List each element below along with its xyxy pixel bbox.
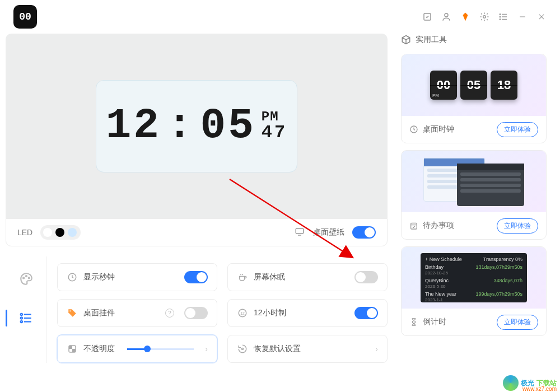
clock-icon — [67, 272, 78, 282]
svg-point-1 — [445, 13, 448, 17]
clock-small-icon — [409, 125, 418, 134]
digital-clock-card: 12 : 05 PM 47 — [96, 80, 297, 172]
swatch-blue[interactable] — [68, 228, 77, 237]
clock-colon: : — [167, 102, 195, 150]
svg-rect-29 — [69, 346, 72, 349]
flip-clock-preview: 00PM 05 18 — [430, 71, 517, 100]
opt-screen-saver: 屏幕休眠 — [227, 263, 388, 291]
coffee-icon — [237, 272, 248, 282]
clock-preview: 12 : 05 PM 47 — [6, 34, 388, 218]
opt-twelve-hour: 12 12小时制 — [227, 299, 388, 327]
opacity-icon — [67, 344, 78, 354]
watermark-logo — [503, 375, 519, 391]
hourglass-icon — [409, 318, 418, 326]
rail-list[interactable] — [15, 307, 38, 329]
opt-show-seconds: 显示秒钟 — [57, 263, 217, 291]
swatch-white[interactable] — [43, 228, 52, 237]
tools-title: 实用工具 — [401, 34, 547, 47]
svg-point-6 — [500, 14, 501, 15]
monitor-icon — [294, 227, 305, 239]
clock-hours: 12 — [106, 102, 161, 150]
tool-clock-label: 桌面时钟 — [423, 124, 492, 134]
minimize-icon[interactable] — [517, 12, 528, 22]
opt-reset-label: 恢复默认设置 — [254, 344, 370, 354]
chevron-right-icon: › — [375, 344, 378, 353]
svg-point-16 — [25, 276, 26, 277]
svg-point-31 — [242, 348, 244, 350]
tool-countdown-label: 倒计时 — [423, 317, 492, 327]
reset-icon — [237, 344, 248, 354]
twelve-icon: 12 — [237, 308, 248, 318]
tools-sidebar: 实用工具 00PM 05 18 桌面时钟 立即体验 — [401, 34, 547, 392]
opt-opacity[interactable]: 不透明度 › — [57, 335, 217, 363]
svg-rect-30 — [72, 349, 76, 352]
svg-point-17 — [28, 277, 29, 278]
opacity-slider[interactable] — [127, 348, 194, 350]
chevron-right-icon: › — [205, 344, 208, 353]
tool-desktop-clock: 00PM 05 18 桌面时钟 立即体验 — [401, 54, 547, 143]
svg-point-7 — [500, 16, 501, 17]
settings-rail — [6, 256, 47, 363]
svg-point-25 — [69, 310, 71, 311]
swatch-black[interactable] — [55, 228, 64, 237]
svg-point-15 — [23, 277, 24, 278]
opt-desktop-widget-label: 桌面挂件 — [83, 308, 160, 318]
svg-point-8 — [500, 19, 501, 20]
svg-point-2 — [483, 16, 486, 18]
svg-rect-13 — [296, 228, 304, 234]
wallpaper-label: 桌面壁纸 — [313, 227, 344, 237]
help-icon[interactable]: ? — [165, 309, 174, 318]
screen-saver-toggle[interactable] — [354, 271, 378, 283]
clock-seconds: 47 — [262, 124, 287, 142]
opt-desktop-widget: 桌面挂件 ? — [57, 299, 217, 327]
svg-rect-33 — [411, 223, 417, 229]
svg-point-21 — [20, 314, 22, 315]
watermark: 极光下载站 www.xz7.com — [503, 375, 557, 391]
led-label: LED — [17, 228, 32, 237]
opt-opacity-label: 不透明度 — [83, 344, 115, 354]
preview-footer: LED 桌面壁纸 — [6, 218, 388, 246]
edit-icon[interactable] — [422, 12, 432, 22]
diamond-icon[interactable] — [460, 12, 470, 22]
show-seconds-toggle[interactable] — [184, 271, 208, 283]
tool-clock-button[interactable]: 立即体验 — [497, 122, 538, 137]
titlebar: 00 — [0, 0, 560, 34]
led-color-picker[interactable] — [40, 225, 81, 240]
desktop-widget-toggle[interactable] — [184, 307, 208, 319]
close-icon[interactable] — [536, 12, 547, 22]
tool-todo-button[interactable]: 立即体验 — [497, 218, 538, 234]
svg-point-22 — [20, 317, 22, 319]
svg-point-23 — [20, 321, 22, 323]
settings-panel: 显示秒钟 屏幕休眠 桌面挂件 ? 12 12小时制 — [6, 256, 388, 363]
tag-icon — [67, 308, 78, 318]
tool-countdown: + New ScheduleTransparency 0% Birthday20… — [401, 246, 547, 336]
cube-icon — [401, 35, 411, 45]
tool-todo-label: 待办事项 — [423, 221, 492, 231]
calendar-icon — [409, 221, 418, 230]
tool-todo: 待办事项 立即体验 — [401, 150, 547, 240]
twelve-hour-toggle[interactable] — [354, 307, 378, 319]
titlebar-actions — [422, 12, 547, 22]
todo-preview — [423, 156, 524, 207]
rail-appearance[interactable] — [15, 268, 38, 290]
wallpaper-toggle[interactable] — [352, 226, 376, 239]
opt-show-seconds-label: 显示秒钟 — [83, 272, 179, 282]
svg-text:12: 12 — [240, 311, 245, 315]
opt-reset[interactable]: 恢复默认设置 › — [227, 335, 388, 363]
tool-countdown-button[interactable]: 立即体验 — [497, 315, 538, 330]
gear-icon[interactable] — [479, 12, 489, 22]
app-logo: 00 — [13, 5, 37, 29]
clock-minutes: 05 — [200, 102, 256, 150]
list-icon[interactable] — [498, 12, 508, 22]
opt-twelve-hour-label: 12小时制 — [254, 308, 349, 318]
countdown-preview: + New ScheduleTransparency 0% Birthday20… — [421, 253, 527, 302]
account-icon[interactable] — [441, 12, 451, 22]
opt-screen-saver-label: 屏幕休眠 — [254, 272, 349, 282]
